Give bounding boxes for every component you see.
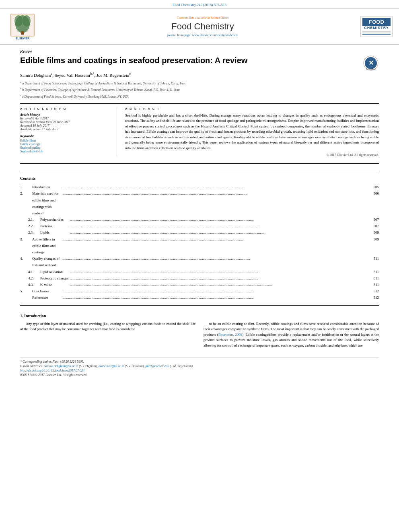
- crossmark-logo: ✕ CrossMark: [363, 55, 379, 72]
- doi-link[interactable]: http://dx.doi.org/10.1016/j.foodchem.201…: [20, 369, 84, 372]
- intro-left-col: Any type of thin layer of material used …: [20, 321, 195, 351]
- citation-link[interactable]: Food Chemistry 240 (2018) 505–513: [173, 3, 226, 7]
- received-date: Received 8 April 2017: [20, 117, 109, 120]
- keywords-group: Keywords: Edible films Edible coatings S…: [20, 134, 109, 153]
- contents-section: Contents 1. Introduction ...............…: [20, 172, 379, 305]
- keyword-1[interactable]: Edible films: [20, 139, 109, 142]
- article-history: Article history: Received 8 April 2017 R…: [20, 113, 109, 131]
- journal-title-block: Contents lists available at ScienceDirec…: [45, 16, 360, 37]
- separator-2: [20, 163, 379, 164]
- food-chemistry-logo: FOOD CHEMISTRY: [360, 16, 393, 37]
- available-date: Available online 11 July 2017: [20, 127, 109, 131]
- email-2-link[interactable]: hosseinisv@ut.ac.ir: [99, 364, 124, 368]
- elsevier-logo: ELSEVIER: [6, 12, 39, 41]
- journal-title: Food Chemistry: [45, 21, 360, 32]
- bourtoom-ref[interactable]: Bourtoom, 2008: [218, 333, 243, 337]
- keyword-3[interactable]: Seafood quality: [20, 146, 109, 150]
- issn-line: 0308-8146/© 2017 Elsevier Ltd. All right…: [20, 373, 379, 377]
- contents-row-4-2: 4.2. Proteolytic changes ...............…: [20, 275, 379, 281]
- journal-homepage: journal homepage: www.elsevier.com/locat…: [45, 33, 360, 37]
- history-label: Article history:: [20, 113, 109, 117]
- author-2: Seyed Vali Hosseini: [55, 73, 90, 78]
- svg-rect-4: [21, 31, 24, 35]
- abstract-col: A B S T R A C T Seafood is highly perish…: [125, 107, 379, 157]
- elsevier-logo-svg: ELSEVIER: [6, 12, 39, 40]
- article-title: Edible films and coatings in seafood pre…: [20, 55, 359, 66]
- intro-left-para: Any type of thin layer of material used …: [20, 321, 195, 332]
- email-3-link[interactable]: jmr9@cornell.edu: [146, 364, 169, 368]
- contents-row-2-1: 2.1. Polysaccharides ...................…: [20, 216, 379, 223]
- contents-row-4-3: 4.3. K-value ...........................…: [20, 281, 379, 288]
- contents-row-2: 2. Materials used for edible films and c…: [20, 190, 379, 216]
- abstract-text: Seafood is highly perishable and has a s…: [125, 113, 379, 151]
- homepage-url: www.elsevier.com/locate/foodchem: [192, 33, 239, 37]
- intro-right-col: to be an edible coating or film. Recentl…: [204, 321, 379, 351]
- contents-row-ref: References .............................…: [20, 294, 379, 301]
- contents-row-2-2: 2.2. Proteins ..........................…: [20, 223, 379, 229]
- affiliation-c: c c Department of Food Science, Cornell …: [20, 93, 379, 99]
- affiliation-b: b b Department of Fisheries, College of …: [20, 86, 379, 92]
- contents-row-4-1: 4.1. Lipid oxidation ...................…: [20, 269, 379, 275]
- corresponding-author: * Corresponding author. Fax: +98 26 3224…: [20, 360, 379, 364]
- vertical-separator: [117, 107, 117, 157]
- crossmark-icon: ✕ CrossMark: [363, 55, 379, 71]
- svg-point-3: [23, 15, 31, 27]
- doi-line: http://dx.doi.org/10.1016/j.foodchem.201…: [20, 369, 379, 372]
- introduction-section: 1. Introduction Any type of thin layer o…: [20, 314, 379, 351]
- footnote-area: * Corresponding author. Fax: +98 26 3224…: [20, 357, 379, 377]
- keyword-2[interactable]: Edible coatings: [20, 142, 109, 146]
- logo-chemistry-text: CHEMISTRY: [362, 26, 391, 30]
- contents-row-5: 5. Conclusion ..........................…: [20, 288, 379, 294]
- separator-1: [20, 103, 379, 104]
- intro-right-para: to be an edible coating or film. Recentl…: [204, 321, 379, 349]
- logo-food-text: FOOD: [362, 18, 391, 26]
- journal-header: ELSEVIER Contents lists available at Sci…: [0, 9, 399, 45]
- accepted-date: Accepted 10 July 2017: [20, 124, 109, 127]
- intro-section-title: 1. Introduction: [20, 314, 379, 318]
- contents-list: 1. Introduction ........................…: [20, 184, 379, 301]
- article-info-col: A R T I C L E I N F O Article history: R…: [20, 107, 109, 157]
- article-content: Review Edible films and coatings in seaf…: [0, 45, 399, 382]
- author-3: Joe M. Regenstein: [97, 73, 130, 78]
- contents-title: Contents: [20, 176, 379, 181]
- intro-body: Any type of thin layer of material used …: [20, 321, 379, 351]
- keywords-label: Keywords:: [20, 134, 109, 138]
- abstract-heading: A B S T R A C T: [125, 107, 379, 111]
- article-type: Review: [20, 49, 379, 53]
- logo-decoration: [362, 31, 391, 35]
- sciencedirect-line: Contents lists available at ScienceDirec…: [45, 16, 360, 20]
- info-abstract-section: A R T I C L E I N F O Article history: R…: [20, 107, 379, 157]
- affiliation-a: a a Department of Food Science and Techn…: [20, 80, 379, 86]
- email-addresses: E-mail addresses: samira.dehghani@ut.ac.…: [20, 364, 379, 368]
- citation-bar: Food Chemistry 240 (2018) 505–513: [0, 0, 399, 9]
- authors-line: Samira Dehghania, Seyed Vali Hosseinib,*…: [20, 72, 379, 78]
- copyright-text: © 2017 Elsevier Ltd. All rights reserved…: [125, 153, 379, 157]
- contents-row-3: 3. Active fillers in edible films and co…: [20, 236, 379, 256]
- contents-row-4: 4. Quality changes of fish and seafood .…: [20, 255, 379, 268]
- contents-row-2-3: 2.3. Lipids ............................…: [20, 229, 379, 236]
- affiliations: a a Department of Food Science and Techn…: [20, 80, 379, 99]
- svg-point-2: [14, 15, 23, 27]
- revised-date: Received in revised form 29 June 2017: [20, 120, 109, 124]
- sciencedirect-link-text[interactable]: ScienceDirect: [211, 16, 229, 20]
- svg-text:✕: ✕: [368, 60, 374, 66]
- contents-row-1: 1. Introduction ........................…: [20, 184, 379, 190]
- article-info-heading: A R T I C L E I N F O: [20, 107, 109, 111]
- email-1-link[interactable]: samira.dehghani@ut.ac.ir: [44, 364, 78, 368]
- author-1: Samira Dehghani: [20, 73, 51, 78]
- svg-text:ELSEVIER: ELSEVIER: [16, 37, 30, 40]
- svg-text:CrossMark: CrossMark: [366, 68, 376, 70]
- keyword-4[interactable]: Seafood shelf-life: [20, 150, 109, 153]
